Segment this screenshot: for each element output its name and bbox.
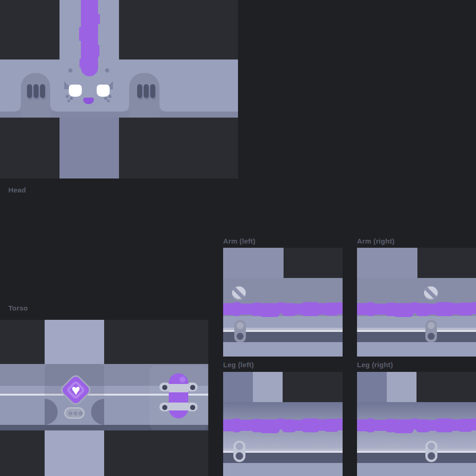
patch-dot xyxy=(73,411,78,416)
cuff-dark-band xyxy=(357,453,476,463)
hair-stripe-notch xyxy=(97,45,99,57)
zipper-hole xyxy=(236,452,243,460)
hair-stripe xyxy=(81,0,98,76)
ear-slit xyxy=(27,84,32,98)
leg-top-block-dark xyxy=(357,372,387,402)
stitch-patch xyxy=(64,407,85,419)
armhole-shadow xyxy=(45,399,58,425)
bolt-dot xyxy=(162,405,167,410)
capsule-highlight xyxy=(179,377,185,383)
zipper-pull xyxy=(234,320,246,343)
fuzz-trim xyxy=(223,302,343,318)
zipper-pull xyxy=(233,441,245,462)
panel-label-leg-left: Leg (left) xyxy=(223,361,254,369)
zipper-hole xyxy=(237,322,244,329)
leg-top-block-light xyxy=(387,372,416,402)
leg-lower-gradient xyxy=(357,432,476,449)
arm-uv-gap xyxy=(417,248,476,278)
leg-thigh-gradient xyxy=(357,402,476,421)
freckle xyxy=(66,95,69,98)
panel-label-leg-right: Leg (right) xyxy=(357,361,393,369)
ear-fillet xyxy=(50,106,56,112)
bolt-dot xyxy=(162,385,167,390)
bolt-dot xyxy=(190,385,195,390)
freckle xyxy=(108,95,112,98)
ear-slit xyxy=(137,84,142,98)
fuzz-trim xyxy=(223,418,343,434)
head-bottom-bar xyxy=(60,118,119,178)
cuff-dark-band xyxy=(357,332,476,342)
zipper-hole xyxy=(428,443,435,450)
fuzz-bump xyxy=(469,418,476,430)
fuzz-trim xyxy=(357,418,476,434)
zipper-pull xyxy=(425,320,437,343)
head-texture[interactable] xyxy=(0,0,238,178)
leg-uv-gap xyxy=(283,372,343,402)
skin-texture-sheet: Head xyxy=(0,0,476,476)
capsule-stripe-purple xyxy=(169,392,188,403)
leg-left-texture[interactable] xyxy=(223,372,343,476)
arm-top-block xyxy=(357,248,417,278)
arm-right-texture[interactable] xyxy=(357,248,476,357)
brow-dot xyxy=(68,68,73,73)
leg-uv-gap xyxy=(416,372,476,402)
fuzz-bump xyxy=(336,418,343,430)
leg-top-block-dark xyxy=(223,372,253,402)
coin-stripe xyxy=(424,286,438,300)
heart-icon: ♥ xyxy=(68,382,84,398)
leg-right-texture[interactable] xyxy=(357,372,476,476)
brow-dot xyxy=(105,68,109,73)
fuzz-trim xyxy=(357,302,476,318)
hair-stripe-notch xyxy=(79,59,82,68)
panel-label-head: Head xyxy=(8,186,26,194)
coin-stripe xyxy=(232,286,246,300)
button-coin xyxy=(232,286,246,300)
arm-left-texture[interactable] xyxy=(223,248,343,357)
freckle xyxy=(67,99,70,102)
fuzz-bump xyxy=(469,302,476,314)
ear-fillet xyxy=(124,106,129,112)
ear-slit xyxy=(40,84,45,98)
leg-top-block-light xyxy=(253,372,283,402)
zipper-hole xyxy=(428,333,435,340)
arm-uv-gap xyxy=(284,248,343,278)
arm-top-block xyxy=(223,248,284,278)
torso-top-bar xyxy=(45,320,104,364)
patch-dot xyxy=(79,411,83,416)
freckle xyxy=(107,99,110,102)
capsule-stripe-light xyxy=(169,384,188,392)
hair-stripe-notch xyxy=(97,14,100,24)
panel-label-arm-left: Arm (left) xyxy=(223,237,256,245)
zipper-hole xyxy=(237,333,244,340)
ear-slit xyxy=(33,84,39,98)
panel-label-torso: Torso xyxy=(8,304,28,312)
eye-left xyxy=(69,85,82,97)
hair-stripe-notch xyxy=(79,27,82,41)
zipper-hole xyxy=(236,443,243,450)
ear-fillet xyxy=(159,106,165,112)
button-coin xyxy=(424,286,438,300)
torso-texture[interactable]: ♥ xyxy=(0,320,208,476)
fuzz-bump xyxy=(336,302,343,314)
leg-thigh-gradient xyxy=(223,402,343,421)
ear-slit xyxy=(150,84,155,98)
capsule-stripe-light xyxy=(169,403,188,410)
bolt-dot xyxy=(190,405,195,410)
panel-label-arm-right: Arm (right) xyxy=(357,237,395,245)
zipper-hole xyxy=(428,452,435,460)
freckle xyxy=(70,97,73,100)
torso-bottom-bar xyxy=(45,430,104,476)
ear-slit xyxy=(144,84,149,98)
patch-dot xyxy=(68,411,73,416)
armhole-shadow xyxy=(91,399,104,425)
zipper-hole xyxy=(428,322,435,329)
eye-right xyxy=(97,85,110,97)
ear-fillet xyxy=(15,106,21,112)
zipper-pull xyxy=(425,441,437,462)
